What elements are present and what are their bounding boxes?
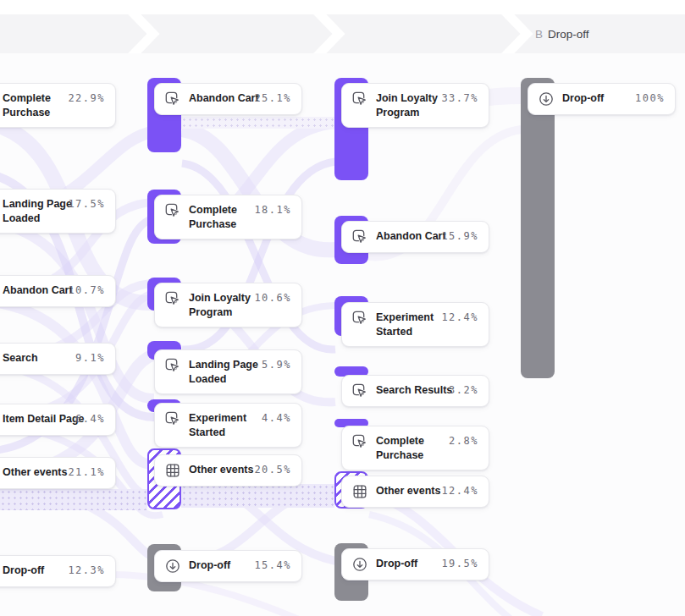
node-label: Landing Page Loaded	[3, 197, 75, 225]
node-label: Drop-off	[562, 91, 604, 106]
node-card[interactable]: Complete Purchase2.8%	[341, 426, 489, 470]
other-events-grid-icon	[352, 484, 367, 499]
other-events-flow-band	[181, 484, 334, 508]
node-percent: 33.7%	[441, 92, 478, 104]
node-card[interactable]: Item Detail Page6.4%	[0, 404, 116, 436]
node-percent: 9.1%	[75, 352, 105, 364]
node-label: Join Loyalty Program	[376, 91, 449, 119]
node-percent: 25.1%	[254, 92, 291, 104]
dotted-flow-band	[181, 117, 334, 129]
node-percent: 10.6%	[254, 292, 291, 304]
top-white-strip	[0, 0, 685, 14]
click-event-icon	[352, 229, 367, 245]
drop-off-icon	[539, 91, 554, 107]
node-percent: 20.5%	[254, 464, 291, 476]
node-percent: 10.7%	[68, 284, 105, 296]
click-event-icon	[165, 91, 180, 107]
click-event-icon	[352, 311, 367, 326]
node-card[interactable]: Search9.1%	[0, 343, 116, 375]
journey-canvas: Complete Purchase22.9%Landing Page Loade…	[0, 53, 685, 616]
journeys-view: B Drop-off	[0, 0, 685, 616]
node-card[interactable]: Join Loyalty Program33.7%	[341, 83, 489, 128]
node-percent: 15.9%	[441, 230, 478, 242]
node-card[interactable]: Other events12.4%	[341, 476, 489, 508]
step-b-dropoff-tab[interactable]: B Drop-off	[535, 14, 589, 53]
node-percent: 12.4%	[441, 485, 478, 497]
node-label: Join Loyalty Program	[189, 291, 262, 319]
node-card[interactable]: Other events20.5%	[154, 454, 302, 487]
chevron-right-icon	[130, 14, 153, 53]
node-card[interactable]: Drop-off15.4%	[154, 550, 302, 582]
node-percent: 5.9%	[262, 359, 291, 371]
node-percent: 100%	[635, 92, 665, 104]
node-label: Abandon Cart	[3, 283, 73, 298]
node-card[interactable]: Drop-off19.5%	[341, 548, 489, 580]
node-card[interactable]: Join Loyalty Program10.6%	[154, 283, 302, 327]
node-label: Other events	[189, 463, 253, 477]
node-percent: 19.5%	[441, 558, 478, 569]
node-card[interactable]: Landing Page Loaded17.5%	[0, 189, 116, 234]
step-name: Drop-off	[548, 28, 589, 41]
node-card[interactable]: Abandon Cart15.9%	[341, 221, 489, 253]
node-percent: 2.8%	[449, 435, 478, 447]
click-event-icon	[165, 358, 180, 373]
node-label: Search Results	[376, 383, 452, 398]
node-percent: 12.3%	[68, 564, 105, 576]
node-label: Drop-off	[189, 558, 230, 573]
node-label: Drop-off	[376, 557, 417, 571]
node-card[interactable]: Abandon Cart10.7%	[0, 275, 116, 307]
click-event-icon	[165, 291, 180, 306]
node-label: Landing Page Loaded	[189, 358, 262, 386]
node-card[interactable]: Landing Page Loaded5.9%	[154, 349, 302, 394]
node-bar-dropoff[interactable]	[521, 78, 555, 378]
node-percent: 3.2%	[449, 384, 478, 396]
node-percent: 22.9%	[68, 92, 105, 104]
click-event-icon	[165, 203, 180, 218]
node-label: Complete Purchase	[376, 434, 449, 462]
node-card[interactable]: Complete Purchase22.9%	[0, 83, 116, 128]
node-card[interactable]: Other events21.1%	[0, 457, 116, 489]
node-label: Abandon Cart	[189, 91, 259, 106]
drop-off-icon	[352, 557, 367, 572]
click-event-icon	[352, 91, 367, 107]
node-label: Drop-off	[3, 564, 44, 578]
node-percent: 18.1%	[254, 204, 291, 216]
node-card[interactable]: Search Results3.2%	[341, 375, 489, 407]
node-percent: 4.4%	[262, 412, 291, 424]
node-percent: 12.4%	[441, 311, 478, 323]
node-card[interactable]: Complete Purchase18.1%	[154, 195, 302, 239]
node-label: Complete Purchase	[3, 91, 75, 119]
node-card[interactable]: Abandon Cart25.1%	[154, 83, 302, 115]
node-card[interactable]: Experiment Started12.4%	[341, 302, 489, 347]
drop-off-icon	[165, 558, 180, 574]
node-label: Search	[3, 351, 38, 366]
node-label: Other events	[3, 465, 67, 480]
node-label: Complete Purchase	[189, 203, 262, 231]
node-label: Item Detail Page	[3, 412, 85, 426]
node-label: Other events	[376, 484, 440, 498]
other-events-grid-icon	[165, 463, 180, 478]
node-card[interactable]: Drop-off100%	[528, 83, 676, 115]
node-label: Abandon Cart	[376, 229, 446, 244]
step-letter: B	[535, 28, 543, 41]
node-card[interactable]: Experiment Started4.4%	[154, 403, 302, 448]
node-percent: 15.4%	[254, 559, 291, 571]
node-card[interactable]: Drop-off12.3%	[0, 555, 116, 587]
node-percent: 6.4%	[75, 413, 105, 425]
click-event-icon	[165, 411, 180, 426]
chevron-right-icon	[503, 14, 527, 53]
chevron-right-icon	[315, 14, 339, 53]
click-event-icon	[352, 383, 367, 399]
node-percent: 17.5%	[68, 198, 105, 210]
other-events-flow-band	[0, 489, 147, 510]
click-event-icon	[352, 434, 367, 449]
node-label: Experiment Started	[376, 311, 449, 338]
node-percent: 21.1%	[68, 466, 105, 478]
node-label: Experiment Started	[189, 411, 262, 439]
